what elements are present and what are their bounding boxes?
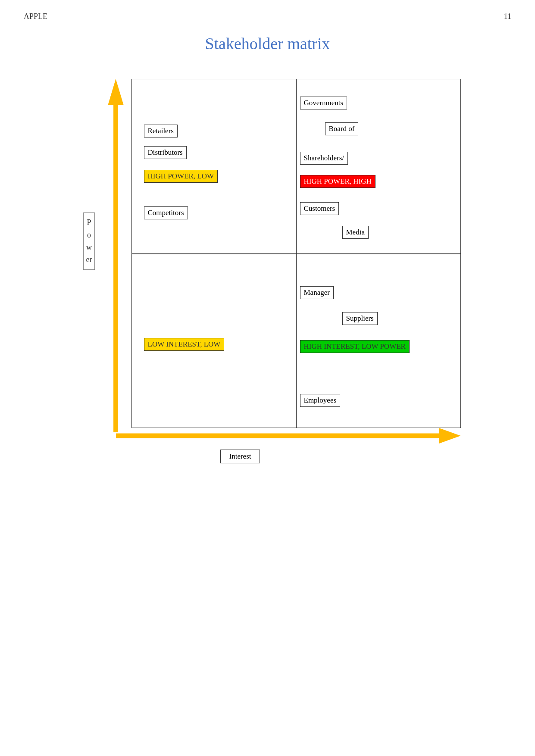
- interest-label: Interest: [220, 450, 260, 463]
- x-axis-arrow: [116, 428, 461, 444]
- low-interest-low-box: LOW INTEREST, LOW: [144, 338, 225, 351]
- high-power-high-box: HIGH POWER, HIGH: [300, 175, 375, 188]
- distributors-box: Distributors: [144, 146, 187, 159]
- employees-box: Employees: [300, 394, 341, 407]
- board-of-box: Board of: [325, 122, 359, 135]
- diagram-area: P o w er Retailers Distributors HIGH POW…: [74, 79, 462, 467]
- page-title: Stakeholder matrix: [0, 34, 535, 53]
- high-interest-low-power-box: HIGH INTEREST, LOW POWER: [300, 340, 410, 353]
- retailers-box: Retailers: [144, 125, 178, 137]
- shareholders-box: Shareholders/: [300, 152, 348, 165]
- suppliers-box: Suppliers: [342, 312, 378, 325]
- governments-box: Governments: [300, 97, 347, 109]
- company-label: APPLE: [24, 12, 47, 21]
- high-power-low-box: HIGH POWER, LOW: [144, 170, 218, 183]
- vertical-divider: [296, 79, 297, 428]
- y-axis-arrow: [108, 79, 124, 432]
- manager-box: Manager: [300, 286, 334, 299]
- page-number: 11: [504, 12, 511, 21]
- competitors-box: Competitors: [144, 206, 188, 219]
- customers-box: Customers: [300, 202, 339, 215]
- media-box: Media: [342, 226, 369, 239]
- power-label: P o w er: [83, 212, 95, 270]
- matrix-grid: Retailers Distributors HIGH POWER, LOW C…: [131, 79, 461, 428]
